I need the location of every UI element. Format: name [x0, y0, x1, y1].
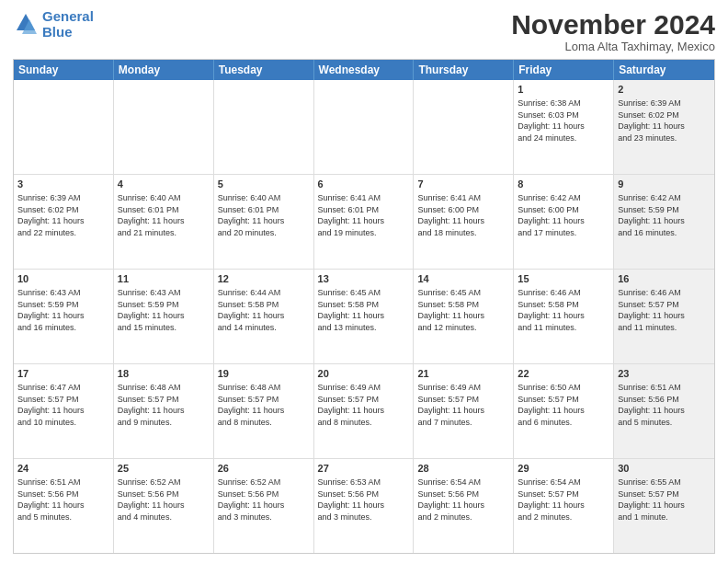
header-cell-sunday: Sunday [14, 60, 114, 80]
logo-text: General Blue [42, 9, 94, 40]
header-cell-friday: Friday [514, 60, 614, 80]
day-info: Sunrise: 6:41 AM Sunset: 6:00 PM Dayligh… [417, 193, 484, 237]
day-number: 26 [218, 462, 310, 476]
calendar-cell: 21Sunrise: 6:49 AM Sunset: 5:57 PM Dayli… [414, 364, 514, 458]
logo-icon [13, 12, 39, 38]
calendar-cell: 12Sunrise: 6:44 AM Sunset: 5:58 PM Dayli… [214, 270, 314, 363]
day-number: 2 [618, 83, 711, 97]
day-info: Sunrise: 6:40 AM Sunset: 6:01 PM Dayligh… [218, 193, 285, 237]
calendar-cell: 4Sunrise: 6:40 AM Sunset: 6:01 PM Daylig… [114, 175, 214, 269]
day-number: 8 [518, 178, 609, 191]
calendar-week-4: 17Sunrise: 6:47 AM Sunset: 5:57 PM Dayli… [14, 364, 714, 459]
day-info: Sunrise: 6:39 AM Sunset: 6:02 PM Dayligh… [17, 193, 85, 237]
calendar-cell: 24Sunrise: 6:51 AM Sunset: 5:56 PM Dayli… [14, 459, 114, 553]
calendar-cell: 18Sunrise: 6:48 AM Sunset: 5:57 PM Dayli… [114, 364, 214, 458]
day-info: Sunrise: 6:48 AM Sunset: 5:57 PM Dayligh… [118, 383, 185, 427]
calendar-cell: 16Sunrise: 6:46 AM Sunset: 5:57 PM Dayli… [614, 270, 714, 363]
day-number: 22 [518, 367, 609, 381]
calendar: SundayMondayTuesdayWednesdayThursdayFrid… [13, 59, 715, 554]
day-number: 6 [318, 178, 410, 191]
day-info: Sunrise: 6:51 AM Sunset: 5:56 PM Dayligh… [17, 477, 85, 522]
day-info: Sunrise: 6:54 AM Sunset: 5:56 PM Dayligh… [417, 477, 484, 522]
day-info: Sunrise: 6:46 AM Sunset: 5:57 PM Dayligh… [618, 288, 685, 332]
calendar-body: 1Sunrise: 6:38 AM Sunset: 6:03 PM Daylig… [14, 80, 714, 553]
day-number: 12 [218, 272, 310, 286]
day-info: Sunrise: 6:42 AM Sunset: 5:59 PM Dayligh… [618, 193, 685, 237]
day-number: 1 [518, 83, 609, 97]
location: Loma Alta Taxhimay, Mexico [511, 40, 715, 53]
calendar-cell: 2Sunrise: 6:39 AM Sunset: 6:02 PM Daylig… [614, 80, 714, 174]
header-cell-tuesday: Tuesday [214, 60, 314, 80]
day-info: Sunrise: 6:46 AM Sunset: 5:58 PM Dayligh… [518, 288, 585, 332]
calendar-week-5: 24Sunrise: 6:51 AM Sunset: 5:56 PM Dayli… [14, 459, 714, 553]
day-info: Sunrise: 6:42 AM Sunset: 6:00 PM Dayligh… [518, 193, 585, 237]
day-info: Sunrise: 6:43 AM Sunset: 5:59 PM Dayligh… [17, 288, 85, 332]
day-number: 4 [118, 178, 210, 191]
day-info: Sunrise: 6:49 AM Sunset: 5:57 PM Dayligh… [318, 383, 385, 427]
day-number: 25 [118, 462, 210, 476]
calendar-week-1: 1Sunrise: 6:38 AM Sunset: 6:03 PM Daylig… [14, 80, 714, 175]
calendar-header: SundayMondayTuesdayWednesdayThursdayFrid… [14, 60, 714, 80]
day-info: Sunrise: 6:39 AM Sunset: 6:02 PM Dayligh… [618, 98, 685, 143]
logo-line1: General [42, 9, 94, 25]
day-info: Sunrise: 6:47 AM Sunset: 5:57 PM Dayligh… [17, 383, 85, 427]
day-number: 9 [618, 178, 711, 191]
day-info: Sunrise: 6:51 AM Sunset: 5:56 PM Dayligh… [618, 383, 685, 427]
day-number: 21 [417, 367, 509, 381]
calendar-cell: 30Sunrise: 6:55 AM Sunset: 5:57 PM Dayli… [614, 459, 714, 553]
calendar-cell: 13Sunrise: 6:45 AM Sunset: 5:58 PM Dayli… [314, 270, 415, 363]
calendar-week-2: 3Sunrise: 6:39 AM Sunset: 6:02 PM Daylig… [14, 175, 714, 270]
day-number: 13 [318, 272, 410, 286]
calendar-cell: 7Sunrise: 6:41 AM Sunset: 6:00 PM Daylig… [414, 175, 514, 269]
day-info: Sunrise: 6:55 AM Sunset: 5:57 PM Dayligh… [618, 477, 685, 522]
calendar-cell: 15Sunrise: 6:46 AM Sunset: 5:58 PM Dayli… [514, 270, 614, 363]
calendar-cell: 26Sunrise: 6:52 AM Sunset: 5:56 PM Dayli… [214, 459, 314, 553]
day-info: Sunrise: 6:49 AM Sunset: 5:57 PM Dayligh… [417, 383, 484, 427]
calendar-week-3: 10Sunrise: 6:43 AM Sunset: 5:59 PM Dayli… [14, 270, 714, 364]
calendar-cell: 19Sunrise: 6:48 AM Sunset: 5:57 PM Dayli… [214, 364, 314, 458]
day-number: 16 [618, 272, 711, 286]
calendar-cell: 10Sunrise: 6:43 AM Sunset: 5:59 PM Dayli… [14, 270, 114, 363]
calendar-cell: 22Sunrise: 6:50 AM Sunset: 5:57 PM Dayli… [514, 364, 614, 458]
calendar-cell: 25Sunrise: 6:52 AM Sunset: 5:56 PM Dayli… [114, 459, 214, 553]
calendar-cell: 23Sunrise: 6:51 AM Sunset: 5:56 PM Dayli… [614, 364, 714, 458]
day-number: 17 [17, 367, 109, 381]
page: General Blue November 2024 Loma Alta Tax… [0, 0, 728, 563]
day-number: 14 [417, 272, 509, 286]
day-number: 28 [417, 462, 509, 476]
header: General Blue November 2024 Loma Alta Tax… [13, 9, 715, 53]
day-info: Sunrise: 6:44 AM Sunset: 5:58 PM Dayligh… [218, 288, 285, 332]
day-info: Sunrise: 6:45 AM Sunset: 5:58 PM Dayligh… [318, 288, 385, 332]
day-info: Sunrise: 6:50 AM Sunset: 5:57 PM Dayligh… [518, 383, 585, 427]
header-cell-wednesday: Wednesday [314, 60, 415, 80]
day-number: 27 [318, 462, 410, 476]
day-number: 5 [218, 178, 310, 191]
calendar-cell: 14Sunrise: 6:45 AM Sunset: 5:58 PM Dayli… [414, 270, 514, 363]
calendar-cell: 8Sunrise: 6:42 AM Sunset: 6:00 PM Daylig… [514, 175, 614, 269]
day-info: Sunrise: 6:54 AM Sunset: 5:57 PM Dayligh… [518, 477, 585, 522]
day-info: Sunrise: 6:40 AM Sunset: 6:01 PM Dayligh… [118, 193, 185, 237]
calendar-cell: 6Sunrise: 6:41 AM Sunset: 6:01 PM Daylig… [314, 175, 415, 269]
logo-line2: Blue [42, 25, 94, 40]
calendar-cell [114, 80, 214, 174]
calendar-cell: 29Sunrise: 6:54 AM Sunset: 5:57 PM Dayli… [514, 459, 614, 553]
day-number: 10 [17, 272, 109, 286]
calendar-cell [314, 80, 415, 174]
day-info: Sunrise: 6:43 AM Sunset: 5:59 PM Dayligh… [118, 288, 185, 332]
calendar-cell [214, 80, 314, 174]
calendar-cell: 27Sunrise: 6:53 AM Sunset: 5:56 PM Dayli… [314, 459, 415, 553]
day-info: Sunrise: 6:48 AM Sunset: 5:57 PM Dayligh… [218, 383, 285, 427]
day-info: Sunrise: 6:53 AM Sunset: 5:56 PM Dayligh… [318, 477, 385, 522]
day-number: 3 [17, 178, 109, 191]
calendar-cell: 20Sunrise: 6:49 AM Sunset: 5:57 PM Dayli… [314, 364, 415, 458]
day-number: 18 [118, 367, 210, 381]
calendar-cell: 1Sunrise: 6:38 AM Sunset: 6:03 PM Daylig… [514, 80, 614, 174]
day-info: Sunrise: 6:52 AM Sunset: 5:56 PM Dayligh… [218, 477, 285, 522]
day-info: Sunrise: 6:52 AM Sunset: 5:56 PM Dayligh… [118, 477, 185, 522]
calendar-cell: 11Sunrise: 6:43 AM Sunset: 5:59 PM Dayli… [114, 270, 214, 363]
day-number: 23 [618, 367, 711, 381]
header-cell-monday: Monday [114, 60, 214, 80]
month-title: November 2024 [511, 9, 715, 40]
calendar-cell [414, 80, 514, 174]
calendar-cell: 5Sunrise: 6:40 AM Sunset: 6:01 PM Daylig… [214, 175, 314, 269]
